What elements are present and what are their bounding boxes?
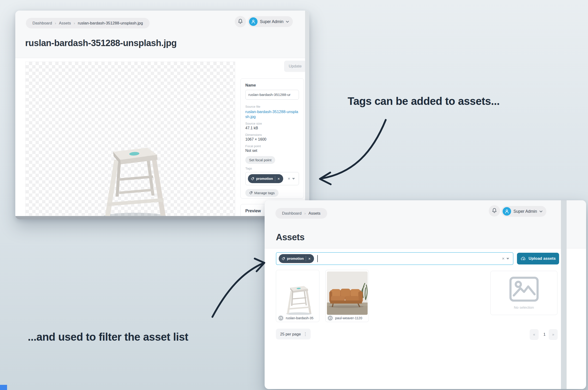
page-title: ruslan-bardash-351288-unsplash.jpg (25, 38, 177, 48)
user-menu-button[interactable]: Super Admin (501, 206, 546, 217)
source-file-label: Source file (245, 105, 299, 108)
clear-filter-icon[interactable]: × (500, 256, 506, 261)
name-label: Name (245, 83, 299, 88)
annotation-filter-note: ...and used to filter the asset list (28, 331, 188, 343)
assets-list-window: Dashboard › Assets Super Admin Assets pr… (265, 200, 586, 389)
update-button[interactable]: Update (284, 61, 306, 72)
breadcrumb-separator-icon: › (72, 21, 77, 25)
image-placeholder-icon (509, 299, 539, 303)
tag-icon (251, 177, 254, 181)
asset-fields-panel: Name Source file ruslan-bardash-351288-u… (240, 78, 304, 199)
asset-filename: paul-weaver-1120 (335, 316, 362, 320)
info-icon[interactable] (278, 315, 284, 321)
pagination-current-page[interactable]: 1 (540, 329, 549, 340)
arrow-to-filter-input (213, 263, 263, 317)
asset-image-stool (82, 112, 182, 216)
chevron-down-icon (286, 20, 289, 24)
screenshot-canvas: Dashboard › Assets › ruslan-bardash-3512… (0, 0, 588, 390)
asset-filename: ruslan-bardash-35 (286, 316, 314, 320)
user-menu-button[interactable]: Super Admin (248, 16, 293, 27)
focal-point-label: Focal point (245, 144, 299, 148)
per-page-label: 25 per page (280, 332, 301, 337)
annotation-tags-note: Tags can be added to assets... (348, 95, 500, 107)
vertical-scrollbar[interactable] (561, 200, 567, 389)
text-cursor (317, 255, 318, 262)
breadcrumb: Dashboard › Assets › ruslan-bardash-3512… (26, 18, 150, 28)
name-field[interactable] (245, 90, 299, 100)
dimensions-label: Dimensions (245, 133, 299, 137)
breadcrumb-separator-icon: › (53, 21, 58, 25)
tag-remove-icon[interactable]: × (277, 177, 280, 181)
upload-assets-button[interactable]: Upload assets (517, 253, 559, 264)
tag-chip-divider (275, 176, 275, 181)
breadcrumb-dashboard[interactable]: Dashboard (281, 211, 303, 216)
tag-chip-divider (306, 256, 306, 261)
source-size-label: Source size (245, 122, 299, 125)
source-size-value: 47.1 kB (245, 126, 299, 130)
tag-chip-promotion: promotion × (279, 254, 314, 263)
tag-chip-label: promotion (287, 257, 304, 260)
list-header: Dashboard › Assets Super Admin Assets (265, 200, 586, 248)
notifications-button[interactable] (489, 205, 500, 216)
asset-card-stool[interactable]: ruslan-bardash-35 (276, 270, 320, 322)
asset-detail-window: Dashboard › Assets › ruslan-bardash-3512… (15, 11, 309, 219)
notifications-button[interactable] (235, 16, 246, 27)
tag-filter-input[interactable]: promotion × × (276, 252, 513, 265)
asset-thumbnail-couch (327, 272, 368, 315)
tag-icon (281, 257, 285, 260)
breadcrumb-assets[interactable]: Assets (58, 21, 72, 26)
vertical-scrollbar[interactable] (305, 11, 309, 216)
dimensions-value: 1067 × 1600 (245, 137, 299, 142)
tags-label: Tags (245, 167, 299, 170)
tag-remove-icon[interactable]: × (308, 257, 311, 261)
avatar (503, 207, 511, 216)
info-icon[interactable] (327, 315, 333, 321)
filter-dropdown-icon[interactable] (506, 258, 509, 259)
tags-dropdown-icon[interactable] (292, 178, 295, 180)
source-file-link[interactable]: ruslan-bardash-351288-unsplash.jpg (245, 109, 299, 119)
user-menu-label: Super Admin (260, 19, 283, 24)
no-selection-label: No selection (491, 305, 557, 310)
tag-chip-label: promotion (256, 177, 273, 181)
breadcrumb-separator-icon: › (303, 211, 307, 216)
cloud-upload-icon (520, 256, 526, 261)
clear-tags-icon[interactable]: × (286, 176, 292, 181)
tag-chip-promotion: promotion × (248, 174, 283, 183)
breadcrumb-current: ruslan-bardash-351288-unsplash.jpg (77, 21, 144, 26)
breadcrumb-dashboard[interactable]: Dashboard (32, 21, 53, 26)
tags-select[interactable]: promotion × × (245, 172, 299, 185)
bottom-left-blue-mark (0, 385, 7, 390)
asset-thumbnail-stool (277, 272, 318, 315)
arrow-to-filter-input-head (255, 259, 264, 271)
chevron-down-icon (539, 210, 543, 213)
focal-point-value: Not set (245, 148, 299, 153)
avatar (249, 17, 258, 26)
arrow-to-tags-field (322, 120, 386, 178)
upload-assets-label: Upload assets (529, 256, 556, 261)
kebab-icon: ⋮ (303, 332, 307, 337)
no-selection-panel: No selection (490, 271, 557, 315)
arrow-to-tags-field-head (320, 173, 331, 184)
detail-header: Dashboard › Assets › ruslan-bardash-3512… (15, 11, 309, 58)
bell-icon (237, 18, 243, 25)
per-page-button[interactable]: 25 per page ⋮ (276, 329, 311, 340)
breadcrumb: Dashboard › Assets (275, 208, 327, 219)
manage-tags-label: Manage tags (254, 191, 275, 195)
bell-icon (491, 208, 497, 214)
breadcrumb-current: Assets (308, 211, 321, 216)
pagination-next-button[interactable]: » (549, 329, 558, 340)
user-menu-label: Super Admin (513, 209, 537, 214)
set-focal-point-button[interactable]: Set focal point (245, 156, 275, 164)
manage-tags-button[interactable]: Manage tags (245, 189, 278, 197)
asset-card-couch[interactable]: paul-weaver-1120 (325, 270, 369, 322)
page-title: Assets (276, 232, 305, 242)
asset-preview-pane (25, 62, 235, 216)
tag-icon (249, 191, 253, 195)
pagination-prev-button[interactable]: « (530, 329, 539, 340)
